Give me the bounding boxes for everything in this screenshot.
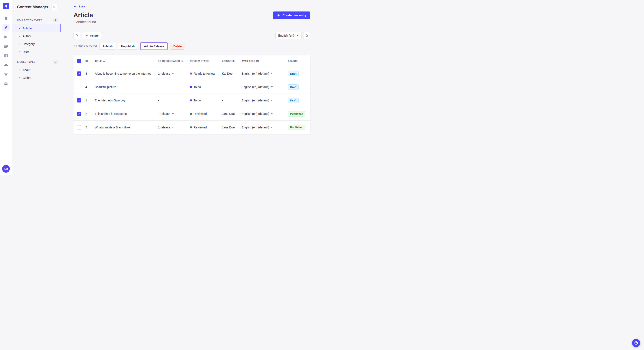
bullet-icon bbox=[19, 77, 20, 78]
sidebar-item-global[interactable]: Global bbox=[12, 74, 61, 82]
rail-nav bbox=[2, 15, 10, 87]
avatar[interactable]: KD bbox=[2, 165, 10, 173]
cell-review-stage: To do bbox=[190, 85, 222, 89]
stage-dot-icon bbox=[190, 126, 192, 128]
feather-content-icon[interactable] bbox=[2, 24, 10, 31]
entries-count-text: 5 entries found bbox=[74, 20, 310, 24]
chevron-down-icon bbox=[271, 73, 273, 74]
chevron-down-icon bbox=[271, 127, 273, 128]
cell-title: What's inside a Black Hole bbox=[95, 126, 158, 129]
cell-release-dropdown[interactable]: - bbox=[158, 99, 190, 102]
cell-review-stage: Reviewed bbox=[190, 112, 222, 116]
strapi-logo-icon[interactable] bbox=[3, 3, 9, 9]
column-header-title[interactable]: TITLE bbox=[95, 60, 158, 62]
back-label: Back bbox=[78, 5, 85, 8]
section-label: SINGLE TYPES bbox=[17, 61, 35, 63]
sidebar-section: SINGLE TYPES 2 About Global bbox=[12, 59, 61, 82]
sidebar-item-label: Article bbox=[22, 26, 32, 30]
cell-review-stage: Reviewed bbox=[190, 126, 222, 129]
table-row[interactable]: 4 Beautiful picture - To do - English (e… bbox=[74, 80, 310, 94]
table-row[interactable]: 2 This shrimp is awesome 1 release Revie… bbox=[74, 107, 310, 121]
search-icon bbox=[75, 34, 79, 37]
cloud-icon[interactable] bbox=[2, 61, 10, 69]
create-new-entry-button[interactable]: Create new entry bbox=[273, 11, 310, 19]
paper-plane-icon[interactable] bbox=[2, 33, 10, 41]
bullet-icon bbox=[19, 28, 20, 29]
cell-locale-dropdown[interactable]: English (en) (default) bbox=[242, 85, 288, 89]
table-row[interactable]: 5 What's inside a Black Hole 1 release R… bbox=[74, 121, 310, 134]
cell-assignee: Jane Doe bbox=[222, 126, 242, 129]
column-header-assignee: ASSIGNEE bbox=[222, 60, 242, 62]
app-window: KD Content Manager COLLECTION TYPES 4 Ar… bbox=[0, 0, 322, 175]
icon-rail: KD bbox=[0, 0, 12, 175]
cell-assignee: - bbox=[222, 99, 242, 102]
sidebar-item-label: Category bbox=[22, 42, 35, 46]
select-all-checkbox[interactable] bbox=[77, 59, 81, 63]
row-checkbox[interactable] bbox=[77, 98, 81, 103]
entries-table: ID TITLE TO BE RELEASED IN REVIEW STAGE … bbox=[74, 55, 310, 134]
cell-title: A bug is becoming a meme on the internet bbox=[95, 72, 158, 75]
bullet-icon bbox=[19, 51, 20, 52]
cell-locale-dropdown[interactable]: English (en) (default) bbox=[242, 99, 288, 102]
row-checkbox[interactable] bbox=[77, 112, 81, 116]
sidebar-item-category[interactable]: Category bbox=[12, 40, 61, 48]
chevron-down-icon bbox=[172, 73, 174, 74]
cell-release-dropdown[interactable]: 1 release bbox=[158, 112, 190, 116]
section-count-badge: 4 bbox=[53, 18, 58, 22]
status-badge: Published bbox=[288, 111, 306, 117]
chevron-down-icon bbox=[271, 86, 273, 88]
sidebar-title: Content Manager bbox=[17, 5, 48, 9]
sidebar-search-button[interactable] bbox=[51, 4, 58, 10]
chevron-down-icon bbox=[297, 35, 299, 36]
filters-button[interactable]: Filters bbox=[82, 32, 102, 39]
locale-select[interactable]: English (en) bbox=[275, 32, 302, 39]
section-label: COLLECTION TYPES bbox=[17, 19, 42, 21]
sidebar-item-label: Author bbox=[22, 34, 31, 38]
sidebar-item-about[interactable]: About bbox=[12, 66, 61, 74]
cell-review-stage: Ready to review bbox=[190, 72, 222, 75]
bullet-icon bbox=[19, 70, 20, 70]
cart-marketplace-icon[interactable] bbox=[2, 71, 10, 78]
cell-locale-dropdown[interactable]: English (en) (default) bbox=[242, 112, 288, 116]
back-link[interactable]: Back bbox=[74, 5, 85, 8]
cell-release-dropdown[interactable]: 1 release bbox=[158, 126, 190, 129]
row-checkbox[interactable] bbox=[77, 125, 81, 130]
sidebar-item-user[interactable]: User bbox=[12, 48, 61, 56]
stage-dot-icon bbox=[190, 86, 192, 88]
sidebar-item-author[interactable]: Author bbox=[12, 32, 61, 40]
divider bbox=[17, 14, 22, 14]
layout-builder-icon[interactable] bbox=[2, 52, 10, 59]
sort-ascending-icon bbox=[103, 60, 105, 62]
unpublish-button[interactable]: Unpublish bbox=[118, 43, 138, 49]
stage-dot-icon bbox=[190, 113, 192, 115]
cell-locale-dropdown[interactable]: English (en) (default) bbox=[242, 126, 288, 129]
media-images-icon[interactable] bbox=[2, 43, 10, 50]
cell-title: Beautiful picture bbox=[95, 85, 158, 89]
cell-id: 1 bbox=[86, 99, 95, 102]
column-header-status: STATUS bbox=[288, 60, 310, 62]
table-row[interactable]: 3 A bug is becoming a meme on the intern… bbox=[74, 67, 310, 80]
view-settings-button[interactable] bbox=[303, 32, 310, 39]
cell-assignee: Kai Doe bbox=[222, 72, 242, 75]
table-header-row: ID TITLE TO BE RELEASED IN REVIEW STAGE … bbox=[74, 55, 310, 67]
chevron-down-icon bbox=[172, 127, 174, 128]
home-icon[interactable] bbox=[2, 15, 10, 22]
row-checkbox[interactable] bbox=[77, 71, 81, 76]
gear-icon bbox=[305, 34, 308, 37]
cell-release-dropdown[interactable]: 1 release bbox=[158, 72, 190, 75]
delete-button[interactable]: Delete bbox=[170, 43, 185, 49]
sidebar-item-article[interactable]: Article bbox=[12, 24, 61, 32]
table-row[interactable]: 1 The internet's Own boy - To do - Engli… bbox=[74, 94, 310, 107]
sidebar-item-label: Global bbox=[22, 76, 31, 80]
sidebar-section: COLLECTION TYPES 4 Article Author Catego… bbox=[12, 17, 61, 56]
cell-release-dropdown[interactable]: - bbox=[158, 85, 190, 89]
stage-dot-icon bbox=[190, 72, 192, 75]
chevron-down-icon bbox=[172, 113, 174, 114]
cell-locale-dropdown[interactable]: English (en) (default) bbox=[242, 72, 288, 75]
add-to-release-button[interactable]: Add to Release bbox=[141, 43, 167, 49]
publish-button[interactable]: Publish bbox=[100, 43, 116, 49]
gear-settings-icon[interactable] bbox=[2, 80, 10, 87]
cell-id: 3 bbox=[86, 72, 95, 75]
row-checkbox[interactable] bbox=[77, 85, 81, 89]
table-search-button[interactable] bbox=[74, 32, 80, 39]
